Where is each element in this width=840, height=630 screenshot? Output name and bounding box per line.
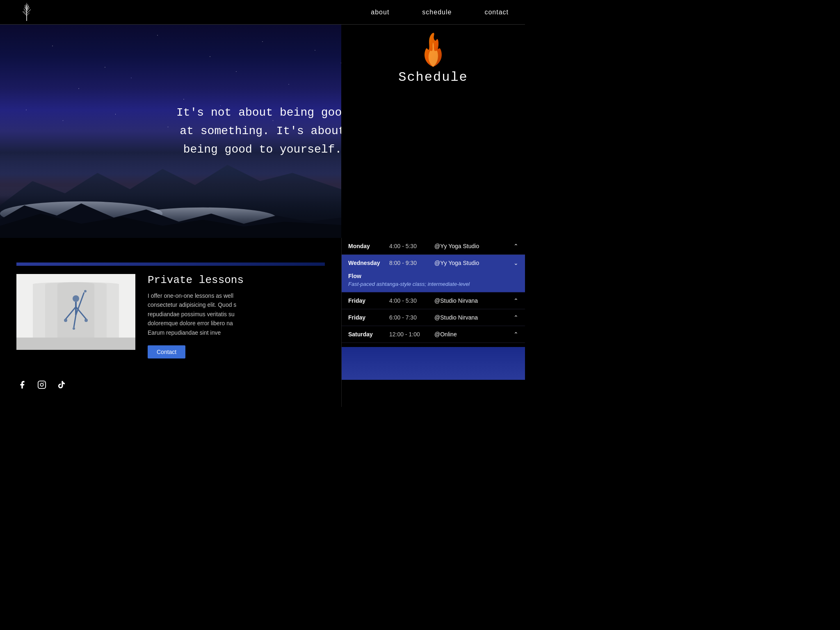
hero-quote: It's not about being good at something. … [176, 104, 349, 159]
tiktok-icon[interactable] [56, 379, 67, 390]
facebook-icon[interactable] [16, 379, 28, 390]
lessons-container: Private lessons I offer one-on-one lesso… [16, 266, 325, 358]
svg-rect-36 [38, 381, 46, 388]
schedule-time: 8:00 - 9:30 [389, 260, 434, 266]
schedule-bottom-accent [342, 347, 525, 380]
schedule-location: @Yy Yoga Studio [434, 243, 514, 249]
svg-point-31 [84, 319, 88, 322]
schedule-panel: Schedule [341, 25, 525, 238]
svg-point-34 [73, 327, 75, 330]
schedule-row[interactable]: Friday 6:00 - 7:30 @Studio Nirvana ⌃ [342, 309, 525, 326]
schedule-row-active[interactable]: Wednesday 8:00 - 9:30 @Yy Yoga Studio ⌄ … [342, 255, 525, 292]
schedule-day: Friday [348, 314, 389, 321]
schedule-location: @Online [434, 331, 514, 338]
private-lessons-section: Private lessons I offer one-on-one lesso… [0, 238, 341, 407]
schedule-chevron: ⌄ [514, 260, 518, 266]
svg-point-37 [40, 383, 43, 386]
schedule-location: @Studio Nirvana [434, 314, 514, 321]
contact-button[interactable]: Contact [148, 345, 185, 358]
svg-point-26 [73, 295, 79, 302]
schedule-title: Schedule [349, 70, 517, 85]
svg-rect-25 [16, 338, 135, 350]
schedule-time: 6:00 - 7:30 [389, 314, 434, 321]
instagram-icon[interactable] [36, 379, 48, 390]
schedule-time: 12:00 - 1:00 [389, 331, 434, 338]
schedule-time: 4:00 - 5:30 [389, 243, 434, 249]
schedule-chevron: ⌃ [514, 297, 518, 304]
navigation: about schedule contact [0, 0, 525, 25]
schedule-location: @Studio Nirvana [434, 297, 514, 304]
social-icons [16, 375, 325, 390]
schedule-day: Monday [348, 243, 389, 249]
active-class-name: Flow [348, 273, 518, 279]
schedule-rows: Monday 4:00 - 5:30 @Yy Yoga Studio ⌃ Wed… [342, 238, 525, 343]
schedule-day: Friday [348, 297, 389, 304]
svg-point-35 [84, 290, 87, 292]
schedule-day: Wednesday [348, 260, 389, 266]
nav-schedule[interactable]: schedule [422, 9, 452, 16]
nav-links: about schedule contact [371, 9, 509, 16]
schedule-chevron: ⌃ [514, 314, 518, 321]
accent-bar [16, 262, 325, 266]
lessons-body: I offer one-on-one lessons as well conse… [148, 291, 325, 337]
svg-point-38 [43, 382, 44, 383]
schedule-section: Monday 4:00 - 5:30 @Yy Yoga Studio ⌃ Wed… [341, 238, 525, 407]
schedule-location: @Yy Yoga Studio [434, 260, 514, 266]
schedule-time: 4:00 - 5:30 [389, 297, 434, 304]
svg-point-30 [64, 319, 67, 322]
schedule-row[interactable]: Friday 4:00 - 5:30 @Studio Nirvana ⌃ [342, 292, 525, 309]
lessons-text: Private lessons I offer one-on-one lesso… [148, 274, 325, 358]
schedule-row[interactable]: Monday 4:00 - 5:30 @Yy Yoga Studio ⌃ [342, 238, 525, 255]
nav-contact[interactable]: contact [484, 9, 509, 16]
schedule-chevron: ⌃ [514, 331, 518, 338]
nav-about[interactable]: about [371, 9, 389, 16]
schedule-chevron: ⌃ [514, 243, 518, 249]
nav-logo[interactable] [16, 1, 37, 23]
lessons-title: Private lessons [148, 274, 325, 286]
yoga-image [16, 274, 135, 350]
flame-icon [349, 33, 517, 66]
schedule-day: Saturday [348, 331, 389, 338]
content-row: Private lessons I offer one-on-one lesso… [0, 238, 525, 407]
schedule-row[interactable]: Saturday 12:00 - 1:00 @Online ⌃ [342, 326, 525, 343]
svg-line-2 [27, 9, 31, 14]
active-class-desc: Fast-paced ashtanga-style class; interme… [348, 281, 518, 287]
